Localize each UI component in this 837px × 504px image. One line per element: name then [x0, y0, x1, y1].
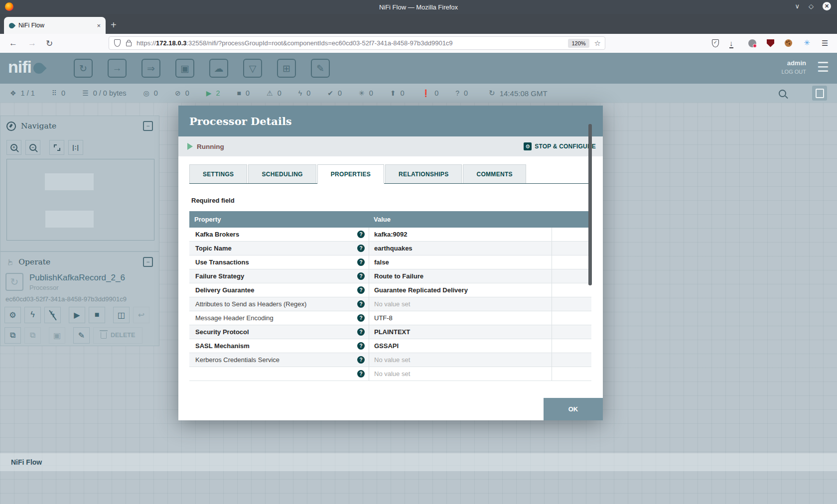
- logout-link[interactable]: LOG OUT: [781, 69, 806, 75]
- zoom-out-button[interactable]: −: [25, 140, 40, 155]
- running-icon: ▶ 2: [206, 89, 220, 97]
- dialog-tab[interactable]: COMMENTS: [463, 164, 526, 183]
- component-toolbar: ↻ → ⇒ ▣ ☁ ▽ ⊞ ✎: [74, 59, 330, 78]
- property-row[interactable]: Delivery Guarantee ? Guarantee Replicate…: [189, 283, 591, 297]
- invalid-icon: ⚠ 0: [267, 89, 281, 97]
- funnel-icon[interactable]: ▽: [243, 59, 262, 78]
- label-icon[interactable]: ✎: [311, 59, 330, 78]
- hand-pointer-icon: ☞: [5, 258, 15, 265]
- dialog-tab[interactable]: SETTINGS: [189, 164, 247, 183]
- back-button[interactable]: ←: [9, 38, 17, 48]
- property-row[interactable]: Attributes to Send as Headers (Regex) ? …: [189, 297, 591, 311]
- output-port-icon[interactable]: ⇒: [141, 59, 160, 78]
- window-maximize-button[interactable]: ◇: [809, 2, 814, 10]
- property-row[interactable]: Failure Strategy ? Route to Failure →: [189, 269, 591, 283]
- property-row[interactable]: Security Protocol ? PLAINTEXT →: [189, 325, 591, 339]
- window-close-button[interactable]: ✕: [823, 2, 831, 10]
- dialog-tab[interactable]: RELATIONSHIPS: [385, 164, 462, 183]
- proxy-extension-icon[interactable]: [748, 39, 756, 47]
- tracking-protection-shield-icon[interactable]: [114, 39, 121, 47]
- url-bar[interactable]: https://172.18.0.3:32558/nifi/?processGr…: [109, 36, 605, 50]
- help-icon[interactable]: ?: [357, 286, 365, 294]
- property-row[interactable]: ? No value set →: [189, 367, 591, 381]
- shield-check-extension-icon[interactable]: [712, 39, 719, 47]
- process-group-icon[interactable]: ▣: [175, 59, 194, 78]
- enable-button[interactable]: ϟ: [24, 307, 41, 323]
- input-port-icon[interactable]: →: [108, 59, 127, 78]
- refresh-icon[interactable]: ↻: [489, 89, 495, 98]
- start-button[interactable]: ▶: [69, 307, 85, 323]
- delete-button[interactable]: DELETE: [93, 327, 142, 344]
- help-icon[interactable]: ?: [357, 245, 365, 252]
- url-text: https://172.18.0.3:32558/nifi/?processGr…: [137, 39, 568, 47]
- configure-button[interactable]: ⚙: [4, 307, 21, 323]
- browser-tab[interactable]: NiFi Flow ×: [4, 17, 106, 34]
- property-row[interactable]: Use Transactions ? false →: [189, 255, 591, 269]
- template-icon[interactable]: ⊞: [277, 59, 296, 78]
- property-row[interactable]: Kerberos Credentials Service ? No value …: [189, 353, 591, 367]
- compass-icon: [6, 122, 16, 131]
- stop-and-configure-button[interactable]: ⚙ STOP & CONFIGURE: [524, 142, 596, 150]
- panel-icon: [816, 89, 824, 98]
- zoom-fit-button[interactable]: [49, 140, 64, 155]
- help-icon[interactable]: ?: [357, 356, 365, 364]
- table-scrollbar[interactable]: [588, 124, 592, 285]
- cookie-extension-icon[interactable]: [785, 39, 792, 47]
- ublock-extension-icon[interactable]: [767, 39, 774, 47]
- firefox-menu-button[interactable]: ☰: [822, 39, 830, 47]
- breadcrumb[interactable]: NiFi Flow: [11, 458, 42, 466]
- column-header-value: Value: [369, 216, 591, 223]
- navigate-collapse-button[interactable]: −: [143, 121, 153, 131]
- snowflake-extension-icon[interactable]: ✳: [803, 39, 811, 47]
- property-row[interactable]: Topic Name ? earthquakes →: [189, 242, 591, 255]
- downloads-icon[interactable]: ↓: [729, 39, 733, 48]
- remote-process-group-icon[interactable]: ☁: [209, 59, 228, 78]
- page-zoom-badge[interactable]: 120%: [568, 39, 589, 48]
- global-menu-button[interactable]: ☰: [817, 60, 829, 75]
- dialog-tab[interactable]: PROPERTIES: [317, 164, 384, 184]
- window-title: NiFi Flow — Mozilla Firefox: [0, 3, 837, 11]
- paste-button[interactable]: ⧉: [24, 327, 41, 344]
- disable-button[interactable]: ϟ: [44, 307, 61, 323]
- flow-settings-toggle[interactable]: [812, 86, 827, 101]
- required-field-note: Required field: [191, 197, 590, 204]
- property-row[interactable]: SASL Mechanism ? GSSAPI →: [189, 339, 591, 353]
- help-icon[interactable]: ?: [357, 370, 365, 378]
- processor-icon[interactable]: ↻: [74, 59, 93, 78]
- property-row[interactable]: Kafka Brokers ? kafka:9092 →: [189, 228, 591, 242]
- zoom-actual-button[interactable]: |:|: [68, 140, 83, 155]
- window-minimize-button[interactable]: ∨: [795, 2, 800, 10]
- help-icon[interactable]: ?: [357, 342, 365, 350]
- new-tab-button[interactable]: +: [111, 20, 117, 30]
- ok-button[interactable]: OK: [544, 398, 603, 420]
- tab-close-icon[interactable]: ×: [97, 22, 101, 29]
- help-icon[interactable]: ?: [357, 258, 365, 266]
- help-icon[interactable]: ?: [357, 300, 365, 308]
- reload-button[interactable]: ↻: [46, 38, 53, 49]
- forward-button[interactable]: →: [28, 38, 36, 48]
- help-icon[interactable]: ?: [357, 328, 365, 336]
- dialog-tab[interactable]: SCHEDULING: [248, 164, 316, 183]
- minimap-component: [45, 211, 94, 228]
- help-icon[interactable]: ?: [357, 314, 365, 322]
- copy-button[interactable]: ⧉: [4, 327, 21, 344]
- change-color-button[interactable]: ✎: [73, 327, 90, 344]
- connection-lock-icon[interactable]: [126, 42, 132, 46]
- operate-collapse-button[interactable]: −: [143, 257, 153, 267]
- operate-title: Operate: [18, 257, 143, 266]
- property-row[interactable]: Message Header Encoding ? UTF-8 →: [189, 311, 591, 325]
- current-user: admin: [781, 59, 806, 67]
- disabled-icon: ϟ 0: [298, 89, 311, 97]
- breadcrumb-bar: NiFi Flow: [0, 453, 837, 471]
- help-icon[interactable]: ?: [357, 231, 365, 238]
- zoom-in-button[interactable]: +: [6, 140, 21, 155]
- help-icon[interactable]: ?: [357, 272, 365, 280]
- bookmark-star-icon[interactable]: ☆: [594, 39, 601, 48]
- browser-titlebar: NiFi Flow — Mozilla Firefox ∨ ◇ ✕: [0, 0, 837, 14]
- birdseye-minimap[interactable]: [6, 159, 154, 241]
- search-icon[interactable]: [779, 90, 786, 97]
- stop-button[interactable]: ■: [89, 307, 105, 323]
- save-flow-version-button[interactable]: ◫: [113, 307, 130, 323]
- revert-flow-version-button[interactable]: ↩: [133, 307, 149, 323]
- group-button[interactable]: ▣: [49, 327, 65, 344]
